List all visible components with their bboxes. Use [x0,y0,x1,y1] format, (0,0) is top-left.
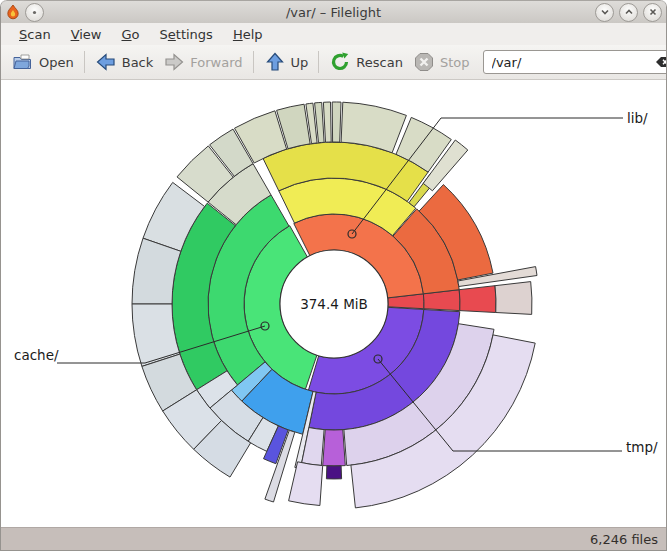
stop-button[interactable]: Stop [408,48,475,76]
back-label: Back [122,55,154,70]
address-combobox[interactable] [483,50,667,74]
open-button[interactable]: Open [7,48,79,76]
stop-label: Stop [440,55,470,70]
open-label: Open [39,55,74,70]
menu-help[interactable]: Help [223,25,273,44]
menu-go[interactable]: Go [111,25,149,44]
menu-settings[interactable]: Settings [150,25,223,44]
radial-map-area: 374.4 MiB lib/cache/tmp/ [1,80,666,527]
segment[interactable] [323,102,331,142]
directory-label-tmp: tmp/ [626,439,658,455]
menu-view[interactable]: View [61,25,112,44]
toolbar-separator [318,51,319,73]
window-title: /var/ – Filelight [1,5,666,20]
menu-scan[interactable]: Scan [9,25,61,44]
toolbar-separator [253,51,254,73]
rescan-label: Rescan [356,55,403,70]
address-input[interactable] [490,54,652,71]
filelight-app-icon [5,4,21,20]
back-button[interactable]: Back [90,48,159,76]
close-icon [648,7,658,17]
status-bar: 6,246 files [1,527,666,550]
title-bar[interactable]: /var/ – Filelight [1,0,666,23]
filelight-window: /var/ – Filelight [0,0,667,551]
toolbar: Open Back Forward Up [1,45,666,80]
clear-text-icon[interactable] [655,56,667,68]
up-arrow-icon [264,51,286,73]
window-menu-dot-icon [30,8,39,17]
segment[interactable] [495,282,532,315]
window-menu-button[interactable] [25,3,44,22]
forward-label: Forward [190,55,242,70]
up-button[interactable]: Up [259,48,314,76]
rescan-refresh-icon [329,51,351,73]
chevron-down-icon [600,7,610,17]
segment[interactable] [326,466,341,479]
minimize-button[interactable] [595,3,614,22]
file-count: 6,246 files [590,532,658,547]
directory-label-cache: cache/ [14,347,59,363]
up-label: Up [291,55,309,70]
center-size-label: 374.4 MiB [300,296,368,312]
open-folder-icon [12,51,34,73]
rescan-button[interactable]: Rescan [324,48,408,76]
forward-button[interactable]: Forward [158,48,247,76]
back-arrow-icon [95,51,117,73]
stop-icon [413,51,435,73]
toolbar-separator [84,51,85,73]
close-button[interactable] [643,3,662,22]
segment[interactable] [323,430,346,466]
chevron-up-icon [624,7,634,17]
directory-label-lib: lib/ [627,110,648,126]
maximize-button[interactable] [619,3,638,22]
segment[interactable] [459,286,496,313]
menu-bar: ScanViewGoSettingsHelp [1,23,666,45]
forward-arrow-icon [163,51,185,73]
segment[interactable] [332,102,341,142]
segment[interactable] [289,462,323,506]
